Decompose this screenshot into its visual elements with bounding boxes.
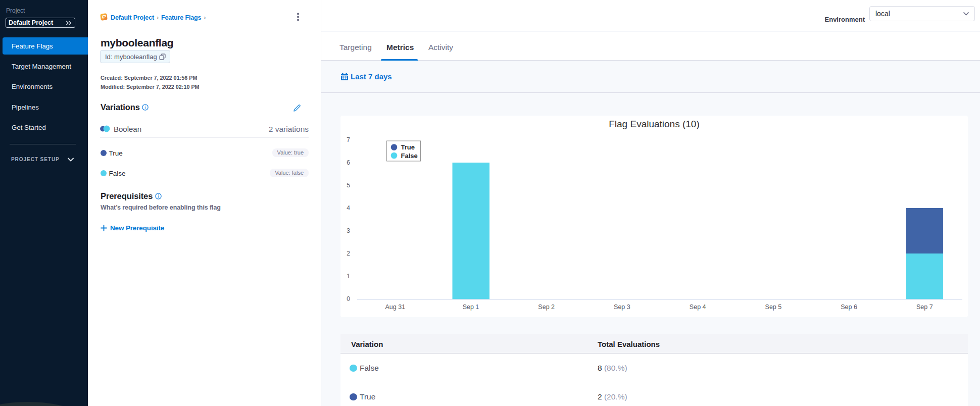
svg-text:3: 3 [347, 227, 350, 234]
svg-text:5: 5 [347, 182, 350, 189]
svg-text:Sep 6: Sep 6 [841, 303, 857, 311]
svg-text:Sep 7: Sep 7 [916, 303, 933, 311]
svg-text:6: 6 [347, 159, 350, 166]
svg-text:2: 2 [347, 250, 350, 257]
svg-text:False: False [401, 152, 418, 160]
svg-text:Sep 5: Sep 5 [765, 303, 782, 311]
svg-text:Flag Evaluations (10): Flag Evaluations (10) [609, 119, 700, 129]
svg-text:Sep 2: Sep 2 [538, 303, 555, 311]
svg-text:7: 7 [347, 136, 350, 143]
svg-text:Sep 1: Sep 1 [463, 303, 479, 311]
svg-text:Sep 4: Sep 4 [690, 303, 706, 311]
svg-text:True: True [401, 143, 415, 151]
svg-text:Sep 3: Sep 3 [614, 303, 630, 311]
svg-text:1: 1 [347, 273, 350, 280]
svg-text:0: 0 [347, 295, 350, 302]
svg-text:4: 4 [347, 205, 350, 212]
svg-text:Aug 31: Aug 31 [385, 303, 405, 311]
